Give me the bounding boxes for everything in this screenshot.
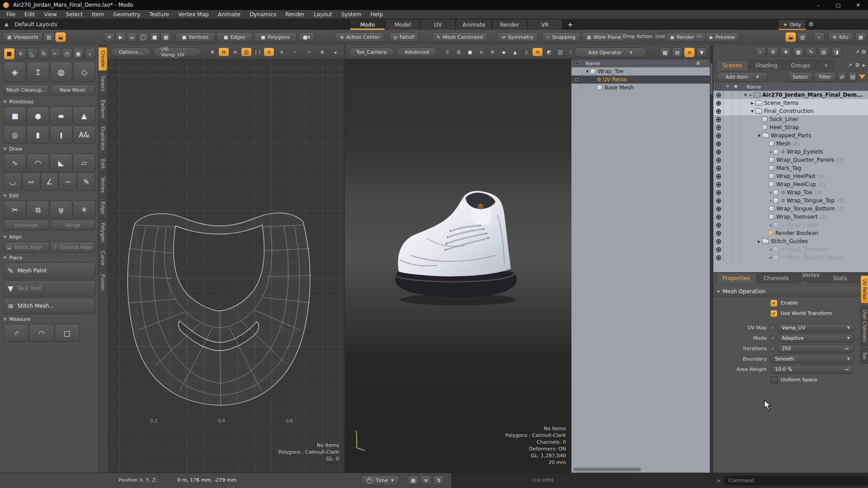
render-toggle-cell[interactable]: [724, 131, 732, 140]
tab-scenes[interactable]: Scenes: [716, 60, 748, 70]
timeline-layout-icon[interactable]: ≡: [420, 475, 431, 485]
tree-row[interactable]: Mesh(8): [713, 140, 868, 148]
item-mode-dropdown[interactable]: ■▾: [298, 32, 315, 42]
3d-layers-icon[interactable]: ⧉: [487, 48, 497, 56]
bezier-tool[interactable]: ∾: [22, 173, 40, 191]
render-toggle-cell[interactable]: [724, 229, 732, 237]
panel-gear-icon[interactable]: ⚙: [861, 49, 866, 55]
tree-row[interactable]: Wrap_Quarter_Panels(2): [713, 156, 868, 164]
add-panel-tab[interactable]: +: [817, 60, 835, 70]
expand-plus-icon[interactable]: +: [769, 255, 773, 260]
eye-icon[interactable]: [716, 198, 721, 203]
tree-row[interactable]: Wrap_HeelPad(2): [713, 172, 868, 180]
keyframe-icon[interactable]: ▦: [408, 475, 419, 485]
mesh-constraint-button[interactable]: ✎Mesh Constraint: [432, 32, 488, 42]
lock-cell[interactable]: [732, 91, 740, 99]
section-align[interactable]: ▼Align: [4, 233, 95, 240]
lock-cell[interactable]: [732, 188, 740, 197]
falloff-sphere-tool[interactable]: ◍: [50, 61, 72, 82]
props-side-tab-user-channels[interactable]: User Channels: [860, 305, 868, 346]
sketch-tool[interactable]: ✎: [77, 173, 95, 191]
compact-view-icon[interactable]: ▤: [672, 47, 683, 57]
lock-cell[interactable]: [732, 205, 740, 213]
render-toggle-cell[interactable]: [724, 213, 732, 221]
uv-nav-more-icon[interactable]: ▸: [331, 48, 341, 56]
item-mode-tab[interactable]: ■: [4, 48, 15, 60]
symmetry-button[interactable]: ⇌Symmetry: [497, 32, 538, 42]
tree-row[interactable]: +⚙Wrap_ToeInsert: [713, 245, 868, 253]
layout-switch-icon[interactable]: ⬓: [785, 32, 796, 42]
checkbox-unchecked[interactable]: [770, 376, 778, 384]
side-tab-select[interactable]: Select: [99, 72, 108, 95]
eye-icon[interactable]: [716, 141, 721, 146]
render-toggle-cell[interactable]: [724, 253, 732, 262]
lock-cell[interactable]: [732, 245, 740, 253]
expander-icon[interactable]: ▶: [750, 101, 755, 105]
menu-view[interactable]: View: [39, 10, 61, 19]
more-icon[interactable]: ▸: [863, 62, 865, 68]
lock-cell[interactable]: [732, 107, 740, 115]
search-icon[interactable]: ⌕: [755, 47, 766, 57]
funnel-filter-icon[interactable]: [859, 75, 865, 79]
add-operator-button[interactable]: Add Operator▼: [574, 47, 646, 57]
lock-cell[interactable]: [732, 253, 740, 262]
uv-nav-zoom-icon[interactable]: ⌕: [290, 48, 300, 56]
lock-cell[interactable]: [732, 197, 740, 205]
lock-cell[interactable]: [732, 180, 740, 188]
uv-canvas[interactable]: 0.2 0.4 0.6 No ItemsPolygons : Catmull-C…: [108, 59, 344, 473]
new-mesh-button[interactable]: New Mesh: [50, 84, 96, 95]
3d-person-icon[interactable]: ◆: [499, 48, 509, 56]
menu-dynamics[interactable]: Dynamics: [245, 10, 281, 19]
tab-render[interactable]: Render: [492, 19, 527, 30]
eye-icon[interactable]: [716, 206, 721, 211]
render-toggle-cell[interactable]: [724, 180, 732, 188]
layout-palette-icon[interactable]: ⬓: [55, 32, 66, 42]
gear-icon[interactable]: ⚙: [768, 47, 778, 57]
tack-tool-tool[interactable]: ▼Tack Tool: [4, 280, 95, 296]
squiggle-tool[interactable]: ∽: [59, 173, 77, 191]
expand-icon[interactable]: ↗: [855, 49, 859, 55]
uv-options-button[interactable]: Options...: [111, 47, 151, 56]
fork-tool[interactable]: ψ: [50, 201, 72, 219]
3d-dots-icon[interactable]: ⠿: [442, 48, 452, 56]
render-toggle-cell[interactable]: [724, 99, 732, 107]
tab-vr[interactable]: VR: [528, 19, 562, 30]
shade-icon[interactable]: ◨: [831, 47, 842, 57]
expander-icon[interactable]: ▼: [585, 70, 590, 74]
move-tool-tab[interactable]: ✛: [15, 48, 27, 60]
lock-cell[interactable]: [732, 115, 740, 123]
side-tab-duplicate[interactable]: Duplicate: [99, 123, 108, 154]
sliders-icon[interactable]: ⇅: [433, 475, 444, 485]
mode-vertices[interactable]: ■Vertices: [175, 32, 215, 42]
side-tab-create[interactable]: Create: [99, 47, 108, 71]
props-side-tab-uv-relax[interactable]: UV Relax: [860, 275, 868, 304]
layout-thumb-icon[interactable]: ▥: [43, 32, 54, 42]
add-group-icon[interactable]: ▦: [793, 47, 804, 57]
menu-file[interactable]: File: [2, 10, 20, 19]
weld-tool[interactable]: ✳: [73, 201, 95, 219]
tree-row[interactable]: +⚙Wrap_Laces: [713, 221, 868, 229]
preview-button[interactable]: ▶Preview: [705, 32, 740, 42]
eye-icon[interactable]: [716, 190, 721, 195]
render-toggle-cell[interactable]: [724, 188, 732, 197]
channel-dot-icon[interactable]: [770, 336, 775, 341]
section-place[interactable]: ▼Place: [4, 254, 95, 261]
eye-icon[interactable]: [716, 247, 721, 252]
unmerge-button[interactable]: Unmerge: [4, 220, 49, 230]
3d-quad-icon[interactable]: ⊞: [453, 48, 463, 56]
render-toggle-cell[interactable]: [724, 205, 732, 213]
tab-animate[interactable]: Animate: [456, 19, 491, 30]
menu-vertex-map[interactable]: Vertex Map: [174, 10, 213, 19]
section-edit[interactable]: ▼Edit: [4, 192, 95, 199]
lock-cell[interactable]: [732, 156, 740, 164]
menu-item[interactable]: Item: [87, 10, 108, 19]
mesh-paint-tool[interactable]: ✎Mesh Paint: [4, 263, 95, 279]
checkbox-checked[interactable]: ✔: [770, 300, 778, 307]
side-tab-edge[interactable]: Edge: [99, 198, 108, 218]
axis-extend-tool[interactable]: ↥: [27, 61, 49, 82]
time-button[interactable]: Time ▼: [362, 475, 399, 486]
tab-properties[interactable]: Properties: [716, 273, 756, 283]
lock-cell[interactable]: [732, 237, 740, 245]
lock-cell[interactable]: [732, 131, 740, 140]
3d-actor-icon[interactable]: ▲: [510, 48, 520, 56]
